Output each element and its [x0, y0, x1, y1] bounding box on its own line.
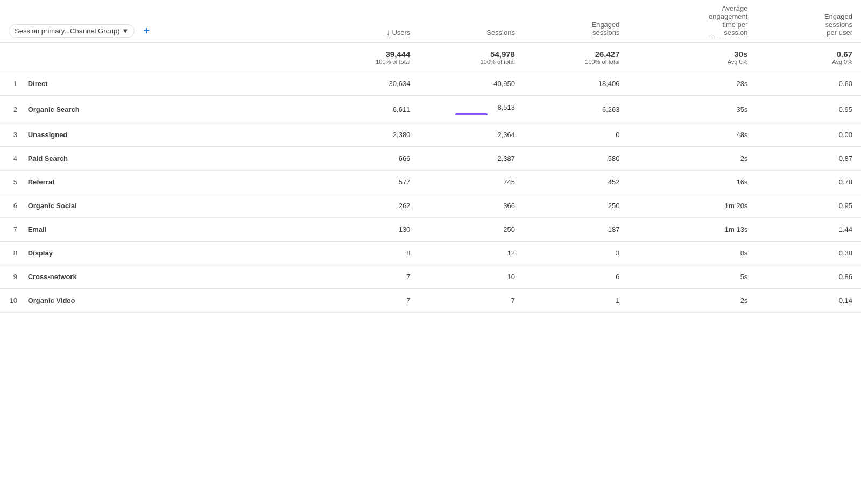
totals-avg-engagement-value: 30s [637, 49, 748, 59]
table-row[interactable]: 8 Display 8 12 3 0s 0.38 [0, 242, 861, 265]
row-rank: 1 [0, 80, 26, 88]
row-left-cell: 3 Unassigned [0, 123, 326, 147]
table-row[interactable]: 1 Direct 30,634 40,950 18,406 28s 0.60 [0, 72, 861, 96]
row-rank: 8 [0, 249, 26, 257]
engaged-sessions-column-header[interactable]: Engagedsessions [524, 0, 629, 43]
users-col-label: ↓ Users [386, 29, 410, 38]
totals-avg-engagement-cell: 30s Avg 0% [629, 43, 757, 72]
data-rows-body: 1 Direct 30,634 40,950 18,406 28s 0.60 2… [0, 72, 861, 313]
table-row[interactable]: 3 Unassigned 2,380 2,364 0 48s 0.00 [0, 123, 861, 147]
table-row[interactable]: 9 Cross-network 7 10 6 5s 0.86 [0, 265, 861, 289]
row-left-cell: 1 Direct [0, 72, 326, 96]
row-avg-engagement: 16s [629, 171, 757, 194]
row-name: Display [28, 249, 53, 257]
row-left-cell: 8 Display [0, 242, 326, 265]
avg-engagement-col-label: Averageengagementtime persession [709, 4, 747, 38]
row-rank: 7 [0, 225, 26, 233]
row-avg-engagement: 1m 20s [629, 194, 757, 218]
totals-sessions-sub: 100% of total [427, 59, 515, 65]
row-name: Referral [28, 178, 54, 186]
totals-engaged-per-user-value: 0.67 [765, 49, 852, 59]
row-left-cell: 10 Organic Video [0, 289, 326, 313]
row-sessions: 40,950 [419, 72, 524, 96]
row-avg-engagement: 2s [629, 289, 757, 313]
row-avg-engagement: 5s [629, 265, 757, 289]
row-rank: 6 [0, 202, 26, 210]
table-row[interactable]: 10 Organic Video 7 7 1 2s 0.14 [0, 289, 861, 313]
row-avg-engagement: 28s [629, 72, 757, 96]
table-row[interactable]: 4 Paid Search 666 2,387 580 2s 0.87 [0, 147, 861, 171]
row-users: 666 [326, 147, 419, 171]
table-row[interactable]: 5 Referral 577 745 452 16s 0.78 [0, 171, 861, 194]
row-engaged-per-user: 0.00 [756, 123, 861, 147]
table-row[interactable]: 2 Organic Search 6,611 8,513 6,263 35s 0… [0, 96, 861, 123]
totals-engaged-sessions-sub: 100% of total [532, 59, 620, 65]
row-users: 2,380 [326, 123, 419, 147]
row-engaged-sessions: 187 [524, 218, 629, 242]
totals-users-value: 39,444 [334, 49, 410, 59]
row-engaged-sessions: 580 [524, 147, 629, 171]
row-users: 7 [326, 289, 419, 313]
totals-dimension-cell [0, 43, 326, 72]
row-avg-engagement: 0s [629, 242, 757, 265]
row-rank: 10 [0, 296, 26, 304]
dimension-column-header: Session primary...Channel Group) ▼ + [0, 0, 326, 43]
row-avg-engagement: 48s [629, 123, 757, 147]
totals-engaged-sessions-cell: 26,427 100% of total [524, 43, 629, 72]
row-engaged-per-user: 0.86 [756, 265, 861, 289]
row-engaged-sessions: 18,406 [524, 72, 629, 96]
row-engaged-sessions: 250 [524, 194, 629, 218]
row-engaged-sessions: 3 [524, 242, 629, 265]
row-left-cell: 9 Cross-network [0, 265, 326, 289]
row-name: Organic Search [28, 105, 80, 113]
users-column-header[interactable]: ↓ Users [326, 0, 419, 43]
row-engaged-per-user: 0.38 [756, 242, 861, 265]
row-left-cell: 6 Organic Social [0, 194, 326, 218]
row-users: 8 [326, 242, 419, 265]
row-users: 577 [326, 171, 419, 194]
totals-sessions-value: 54,978 [427, 49, 515, 59]
row-rank: 5 [0, 178, 26, 186]
row-avg-engagement: 1m 13s [629, 218, 757, 242]
row-left-cell: 4 Paid Search [0, 147, 326, 171]
row-sessions: 8,513 [419, 96, 524, 123]
table-row[interactable]: 7 Email 130 250 187 1m 13s 1.44 [0, 218, 861, 242]
row-name: Cross-network [28, 273, 77, 281]
row-sessions: 2,387 [419, 147, 524, 171]
chevron-down-icon: ▼ [122, 27, 129, 35]
analytics-table: Session primary...Channel Group) ▼ + ↓ U… [0, 0, 861, 313]
row-engaged-sessions: 6 [524, 265, 629, 289]
add-dimension-button[interactable]: + [139, 23, 154, 38]
row-sessions: 10 [419, 265, 524, 289]
totals-engaged-per-user-sub: Avg 0% [765, 59, 852, 65]
row-sessions: 745 [419, 171, 524, 194]
sessions-col-label: Sessions [486, 29, 515, 38]
dimension-label: Session primary...Channel Group) [15, 27, 120, 35]
row-engaged-sessions: 452 [524, 171, 629, 194]
row-rank: 2 [0, 105, 26, 113]
row-users: 6,611 [326, 96, 419, 123]
dimension-filter-chip[interactable]: Session primary...Channel Group) ▼ [9, 24, 135, 38]
row-name: Organic Video [28, 296, 75, 304]
row-left-cell: 7 Email [0, 218, 326, 242]
row-avg-engagement: 2s [629, 147, 757, 171]
row-sessions: 7 [419, 289, 524, 313]
row-left-cell: 2 Organic Search [0, 96, 326, 123]
row-name: Organic Social [28, 202, 77, 210]
table-row[interactable]: 6 Organic Social 262 366 250 1m 20s 0.95 [0, 194, 861, 218]
totals-users-cell: 39,444 100% of total [326, 43, 419, 72]
sessions-column-header[interactable]: Sessions [419, 0, 524, 43]
row-engaged-sessions: 1 [524, 289, 629, 313]
row-left-cell: 5 Referral [0, 171, 326, 194]
row-rank: 3 [0, 131, 26, 139]
engaged-per-user-column-header[interactable]: Engagedsessionsper user [756, 0, 861, 43]
totals-sessions-cell: 54,978 100% of total [419, 43, 524, 72]
row-engaged-per-user: 0.14 [756, 289, 861, 313]
row-sessions: 250 [419, 218, 524, 242]
row-name: Direct [28, 80, 48, 88]
totals-users-sub: 100% of total [334, 59, 410, 65]
sessions-bar [455, 113, 488, 115]
row-engaged-sessions: 6,263 [524, 96, 629, 123]
avg-engagement-column-header[interactable]: Averageengagementtime persession [629, 0, 757, 43]
row-name: Paid Search [28, 154, 68, 162]
